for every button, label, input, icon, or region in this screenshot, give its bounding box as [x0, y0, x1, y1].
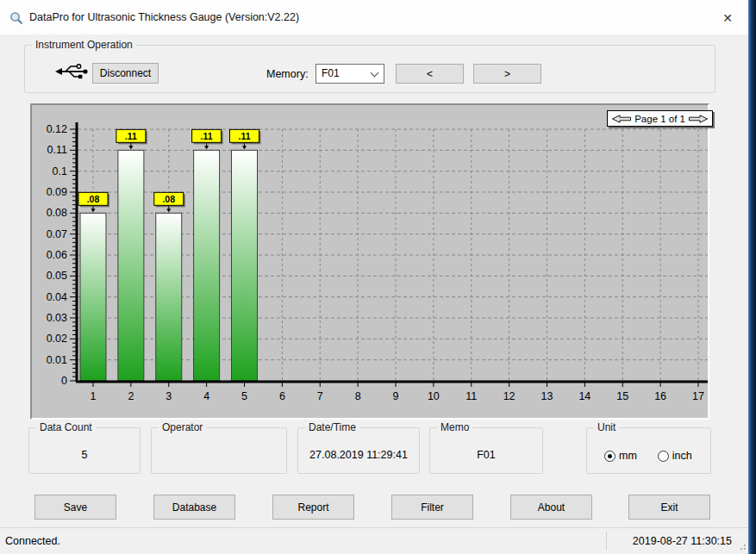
y-tick-label: 0.05 — [47, 270, 67, 282]
datetime-label: Date/Time — [305, 421, 359, 433]
bar-5 — [232, 150, 258, 381]
x-tick-label: 8 — [355, 390, 361, 402]
operator-value — [152, 437, 286, 473]
status-bar: Connected. 2019-08-27 11:30:15 — [0, 527, 756, 554]
unit-group: Unit mm inch — [586, 427, 711, 474]
y-tick-label: 0.02 — [47, 333, 67, 345]
y-tick-label: 0.04 — [47, 291, 67, 303]
x-tick-label: 17 — [692, 390, 704, 402]
x-tick-label: 13 — [541, 390, 553, 402]
window-title: DataPro for Ultrasonic Thickness Gauge (… — [29, 0, 299, 34]
memory-prev-button[interactable]: < — [396, 64, 464, 84]
page-next-arrow-icon[interactable] — [689, 115, 708, 123]
disconnect-button[interactable]: Disconnect — [92, 63, 159, 84]
x-tick-label: 10 — [428, 390, 440, 402]
x-tick-label: 9 — [393, 390, 399, 402]
app-window: DataPro for Ultrasonic Thickness Gauge (… — [0, 0, 756, 554]
close-icon[interactable]: ✕ — [718, 9, 737, 28]
value-tag-arrow-head — [166, 209, 171, 212]
status-separator — [606, 532, 607, 550]
bar-2 — [118, 150, 144, 381]
x-tick-label: 6 — [279, 390, 285, 402]
value-tag-text: .08 — [87, 194, 100, 204]
unit-radio-row: mm inch — [587, 439, 710, 473]
x-tick-label: 15 — [616, 390, 628, 402]
y-tick-label: 0.07 — [47, 228, 67, 240]
x-tick-label: 14 — [578, 390, 590, 402]
instrument-operation-group: Instrument Operation Disconnect Memory: … — [24, 45, 715, 93]
status-datetime: 2019-08-27 11:30:15 — [633, 528, 732, 554]
y-tick-label: 0.06 — [47, 249, 67, 261]
report-button[interactable]: Report — [272, 495, 354, 520]
memory-selected-value: F01 — [322, 67, 340, 79]
exit-button[interactable]: Exit — [628, 495, 710, 520]
data-count-value: 5 — [29, 437, 140, 473]
value-tag-arrow-head — [128, 146, 133, 149]
operator-label: Operator — [159, 421, 206, 433]
memo-value: F01 — [430, 437, 542, 473]
background-window-edge — [748, 0, 756, 554]
value-tag-text: .11 — [125, 131, 137, 141]
x-tick-label: 16 — [654, 390, 666, 402]
bar-3 — [156, 213, 182, 381]
value-tag-text: .11 — [238, 131, 250, 141]
page-label: Page 1 of 1 — [634, 114, 685, 124]
radio-mm-label: mm — [619, 450, 637, 462]
unit-label: Unit — [594, 421, 619, 433]
value-tag-arrow-head — [204, 146, 209, 149]
x-tick-label: 11 — [465, 390, 477, 402]
bar-4 — [194, 150, 220, 381]
y-tick-label: 0.12 — [47, 123, 67, 135]
memory-label: Memory: — [266, 68, 309, 80]
x-tick-label: 2 — [128, 390, 134, 402]
chevron-down-icon — [371, 69, 379, 78]
radio-inch-dot-icon — [658, 451, 669, 462]
value-tag-arrow-head — [242, 146, 247, 149]
x-tick-label: 7 — [317, 390, 323, 402]
x-tick-label: 3 — [166, 390, 172, 402]
chart-panel: 0.120.110.10.090.080.070.060.050.040.030… — [30, 103, 709, 420]
memory-select[interactable]: F01 — [316, 64, 384, 84]
value-tag-text: .11 — [201, 131, 213, 141]
operator-group: Operator — [151, 427, 287, 474]
x-tick-label: 1 — [91, 390, 97, 402]
y-tick-label: 0.03 — [47, 312, 67, 324]
datetime-group: Date/Time 27.08.2019 11:29:41 — [297, 427, 420, 474]
y-tick-label: 0.08 — [47, 207, 67, 219]
memo-label: Memo — [437, 421, 472, 433]
page-indicator: Page 1 of 1 — [607, 110, 713, 127]
radio-inch[interactable]: inch — [658, 450, 692, 462]
magnifier-icon — [9, 11, 23, 25]
bar-1 — [80, 213, 106, 381]
usb-icon — [54, 61, 89, 82]
data-count-group: Data Count 5 — [28, 427, 141, 474]
x-tick-label: 5 — [241, 390, 247, 402]
y-tick-label: 0.11 — [47, 144, 67, 156]
about-button[interactable]: About — [510, 495, 592, 520]
y-tick-label: 0.09 — [47, 186, 67, 198]
save-button[interactable]: Save — [34, 495, 116, 520]
thickness-bar-chart: 0.120.110.10.090.080.070.060.050.040.030… — [32, 105, 708, 418]
value-tag-arrow-head — [91, 209, 95, 212]
radio-inch-label: inch — [672, 450, 692, 462]
database-button[interactable]: Database — [153, 495, 235, 520]
page-prev-arrow-icon[interactable] — [612, 115, 631, 123]
y-tick-label: 0.01 — [47, 354, 67, 366]
data-count-label: Data Count — [36, 421, 96, 433]
connection-status-text: Connected. — [5, 528, 60, 554]
value-tag-text: .08 — [162, 194, 175, 204]
y-tick-label: 0.1 — [53, 165, 67, 177]
memo-group: Memo F01 — [429, 427, 543, 474]
filter-button[interactable]: Filter — [391, 495, 473, 520]
resize-grip[interactable] — [737, 541, 746, 550]
radio-mm-dot-icon — [604, 451, 615, 462]
radio-mm[interactable]: mm — [604, 450, 637, 462]
memory-next-button[interactable]: > — [473, 64, 541, 84]
y-tick-label: 0 — [61, 375, 67, 387]
x-tick-label: 4 — [203, 390, 209, 402]
x-tick-label: 12 — [503, 390, 515, 402]
group-label: Instrument Operation — [32, 39, 136, 51]
datetime-value: 27.08.2019 11:29:41 — [298, 437, 419, 473]
title-bar: DataPro for Ultrasonic Thickness Gauge (… — [0, 0, 756, 34]
